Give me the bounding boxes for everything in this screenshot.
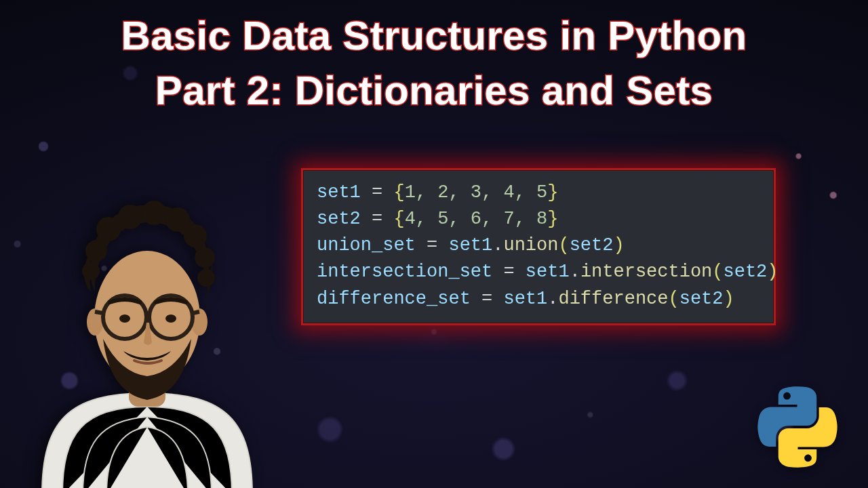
python-logo-icon xyxy=(757,386,838,468)
presenter-photo xyxy=(15,190,279,488)
svg-point-7 xyxy=(184,224,207,247)
svg-point-5 xyxy=(142,201,166,225)
code-line-5: difference_set = set1.difference(set2) xyxy=(317,289,734,309)
title-line-1: Basic Data Structures in Python xyxy=(0,8,868,63)
svg-point-15 xyxy=(119,314,130,323)
svg-point-4 xyxy=(118,205,142,229)
svg-point-10 xyxy=(82,262,100,280)
code-line-1: set1 = {1, 2, 3, 4, 5} xyxy=(317,182,558,203)
code-line-3: union_set = set1.union(set2) xyxy=(317,235,625,256)
title-line-2: Part 2: Dictionaries and Sets xyxy=(0,63,868,118)
svg-point-2 xyxy=(85,240,107,262)
svg-point-16 xyxy=(165,314,176,323)
svg-point-8 xyxy=(195,247,215,268)
svg-point-9 xyxy=(197,269,215,287)
svg-point-6 xyxy=(165,207,190,232)
svg-point-3 xyxy=(96,217,121,241)
code-snippet-box: set1 = {1, 2, 3, 4, 5} set2 = {4, 5, 6, … xyxy=(301,168,776,325)
code-line-4: intersection_set = set1.intersection(set… xyxy=(317,262,778,282)
code-line-2: set2 = {4, 5, 6, 7, 8} xyxy=(317,209,558,229)
thumbnail-title: Basic Data Structures in Python Part 2: … xyxy=(0,8,868,118)
